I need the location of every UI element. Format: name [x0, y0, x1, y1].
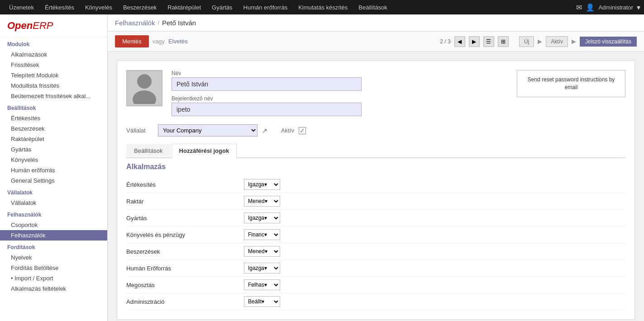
next-record-button[interactable]: ▶	[469, 36, 480, 47]
breadcrumb-bar: Felhasználók / Pető István	[108, 14, 644, 32]
sidebar-item-frissitesek[interactable]: Frissítések	[0, 60, 107, 70]
admin-dropdown-icon[interactable]: ▾	[637, 3, 640, 12]
top-right-controls: ✉ 👤 Administrator ▾	[576, 3, 640, 12]
row-select-admin[interactable]: Beállt▾	[244, 296, 280, 307]
row-select-gyartas[interactable]: Igazga▾	[244, 212, 280, 223]
sidebar: OpenERP Modulok Alkalmazások Frissítések…	[0, 14, 108, 321]
row-label-megosztas: Megosztás	[126, 282, 244, 288]
sidebar-item-nyelvek[interactable]: Nyelvek	[0, 252, 107, 263]
sidebar-item-human[interactable]: Humán erőforrás	[0, 165, 107, 175]
name-label: Név	[172, 70, 508, 76]
status-arrow1: ▶	[538, 38, 542, 45]
nav-konyv[interactable]: Könyvelés	[80, 0, 118, 14]
user-icon[interactable]: 👤	[586, 3, 595, 12]
sidebar-item-raktarep[interactable]: Raktárépület	[0, 134, 107, 144]
logo: OpenERP	[7, 20, 100, 32]
nav-raktarep[interactable]: Raktárépület	[162, 0, 206, 14]
reset-password-button[interactable]: Send reset password instructions by emai…	[517, 70, 625, 97]
sidebar-item-alkalmazas-felt[interactable]: Alkalmazás feltételek	[0, 283, 107, 294]
main-content: Felhasználók / Pető István Mentés vagy E…	[108, 14, 644, 321]
form-area: Név Bejelentkezö név Send reset password…	[108, 52, 644, 321]
breadcrumb-current: Pető István	[162, 19, 196, 27]
list-view-button[interactable]: ☰	[483, 36, 494, 47]
sidebar-item-csoportok[interactable]: Csoportok	[0, 220, 107, 230]
tab-beallitasok[interactable]: Beállítások	[126, 144, 171, 157]
prev-record-button[interactable]: ◀	[454, 36, 465, 47]
section-modulok: Modulok	[0, 38, 107, 49]
sidebar-item-gyartas[interactable]: Gyártás	[0, 144, 107, 155]
sidebar-item-modullista[interactable]: Modullista frissítés	[0, 80, 107, 91]
sidebar-item-forditas-betoltese[interactable]: Fordítás Betöltése	[0, 263, 107, 273]
table-row: Értékesítés Igazga▾	[126, 176, 625, 193]
status-password-button[interactable]: Jelszó visszaállítás	[580, 37, 637, 47]
company-select[interactable]: Your Company	[158, 124, 258, 137]
user-fields: Név Bejelentkezö név	[172, 70, 508, 121]
table-row: Gyártás Igazga▾	[126, 210, 625, 227]
main-layout: OpenERP Modulok Alkalmazások Frissítések…	[0, 14, 644, 321]
mail-icon[interactable]: ✉	[576, 3, 582, 12]
nav-ertekesites[interactable]: Értékesítés	[39, 0, 80, 14]
logo-area: OpenERP	[0, 14, 107, 38]
row-label-raktar: Raktár	[126, 198, 244, 205]
application-section-title: Alkalmazás	[126, 163, 625, 171]
row-select-konyv[interactable]: Financ▾	[244, 229, 280, 240]
sidebar-item-felhasznalok[interactable]: Felhasználók	[0, 230, 107, 241]
status-arrow2: ▶	[572, 38, 576, 45]
aktiv-checkbox[interactable]: ✓	[299, 127, 306, 134]
company-external-link-icon[interactable]: ↗	[262, 127, 267, 134]
sidebar-item-import-export[interactable]: • Import / Export	[0, 273, 107, 283]
form-card: Név Bejelentkezö név Send reset password…	[117, 61, 635, 320]
breadcrumb-parent[interactable]: Felhasználók	[115, 19, 155, 27]
row-select-human[interactable]: Igazga▾	[244, 263, 280, 274]
sidebar-item-vallalatok[interactable]: Vállalatok	[0, 198, 107, 208]
row-select-beszerz[interactable]: Mened▾	[244, 246, 280, 257]
discard-button[interactable]: Elvetés	[168, 38, 188, 45]
application-table: Értékesítés Igazga▾ Raktár Mened▾ Gyártá…	[126, 176, 625, 310]
row-select-raktar[interactable]: Mened▾	[244, 196, 280, 207]
section-beallitasok: Beállítások	[0, 101, 107, 113]
login-input[interactable]	[172, 103, 362, 116]
nav-uzenetek[interactable]: Üzenetek	[4, 0, 39, 14]
name-input[interactable]	[172, 77, 362, 91]
nav-human[interactable]: Humán erőforrás	[238, 0, 293, 14]
nav-kimutatas[interactable]: Kimutatás készítés	[293, 0, 353, 14]
row-label-admin: Adminisztráció	[126, 298, 244, 305]
nav-beallitas[interactable]: Beállítások	[353, 0, 393, 14]
sidebar-item-general[interactable]: General Settings	[0, 175, 107, 186]
status-new-button[interactable]: Új	[519, 36, 534, 47]
form-view-button[interactable]: ⊞	[498, 36, 509, 47]
tabs: Beállítások Hozzáférési jogok	[126, 144, 625, 158]
table-row: Raktár Mened▾	[126, 193, 625, 210]
row-label-ertekesites: Értékesítés	[126, 181, 244, 188]
company-label: Vállalat	[126, 127, 153, 134]
row-label-human: Humán Erőforrás	[126, 265, 244, 272]
sidebar-item-beszerz[interactable]: Beszerzések	[0, 123, 107, 134]
user-header: Név Bejelentkezö név Send reset password…	[126, 70, 625, 121]
section-vallalatok: Vállalatok	[0, 186, 107, 198]
admin-label[interactable]: Administrator	[598, 4, 633, 11]
row-label-beszerz: Beszerzések	[126, 248, 244, 255]
sidebar-item-konyv[interactable]: Könyvelés	[0, 155, 107, 165]
svg-point-0	[137, 74, 152, 89]
table-row: Megosztás Felhas▾	[126, 277, 625, 293]
svg-point-1	[133, 90, 156, 104]
login-label: Bejelentkezö név	[172, 95, 508, 102]
sidebar-item-ertekesites[interactable]: Értékesítés	[0, 113, 107, 123]
save-button[interactable]: Mentés	[115, 35, 149, 47]
table-row: Könyvelés és pénzügy Financ▾	[126, 227, 625, 243]
nav-gyartas[interactable]: Gyártás	[206, 0, 238, 14]
action-bar: Mentés vagy Elvetés 2 / 3 ◀ ▶ ☰ ⊞ Új ▶ A…	[108, 32, 644, 52]
row-select-ertekesites[interactable]: Igazga▾	[244, 179, 280, 190]
sidebar-item-telepitett[interactable]: Telepített Modulok	[0, 70, 107, 80]
section-felhasznalok: Felhasználók	[0, 208, 107, 220]
row-select-megosztas[interactable]: Felhas▾	[244, 279, 280, 290]
company-row: Vállalat Your Company ↗ Aktív ✓	[126, 124, 625, 137]
sidebar-item-alkalmazasok[interactable]: Alkalmazások	[0, 49, 107, 60]
table-row: Beszerzések Mened▾	[126, 243, 625, 260]
sidebar-item-beutemezett[interactable]: Beütemezett frissítések alkal...	[0, 91, 107, 101]
tab-hozzaferesi[interactable]: Hozzáférési jogok	[172, 144, 237, 158]
status-active-button[interactable]: Aktív	[546, 36, 568, 47]
nav-beszerz[interactable]: Beszerzések	[118, 0, 162, 14]
row-label-konyv: Könyvelés és pénzügy	[126, 231, 244, 238]
avatar[interactable]	[126, 70, 162, 106]
